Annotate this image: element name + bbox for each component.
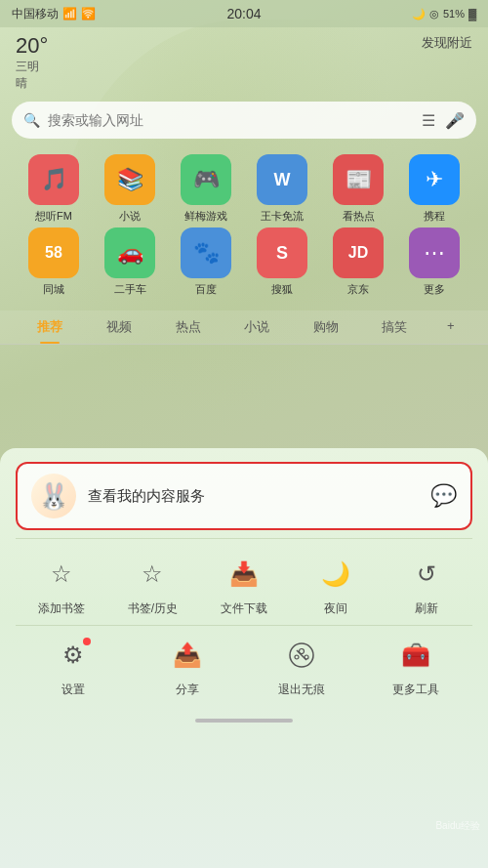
tab-tuijian[interactable]: 推荐 [29,314,70,340]
time-label: 20:04 [226,6,261,21]
more-action-settings[interactable]: ⚙ 设置 [34,634,112,698]
tab-gaoxiao[interactable]: 搞笑 [374,314,415,340]
app-row-2: 58 同城 🚗 二手车 🐾 百度 S 搜狐 JD 京东 ⋯ 更多 [16,227,472,297]
exit-incognito-label: 退出无痕 [278,682,325,698]
bottom-indicator [0,706,488,735]
svg-point-3 [295,655,299,659]
quick-actions-row: ☆ 添加书签 ☆ 书签/历史 📥 文件下载 🌙 夜间 ↺ 刷新 [0,543,488,621]
search-input[interactable] [48,112,414,128]
night-icon: 🌙 [314,553,357,596]
share-label: 分享 [176,682,199,698]
app-label-xiaoshuo: 小说 [119,209,141,224]
app-icon-xiecheng: ✈ [409,154,460,205]
share-icon: 📤 [166,634,209,677]
app-icon-ershouche: 🚗 [104,227,155,278]
app-item-jd[interactable]: JD 京东 [323,227,393,297]
signal-icon: 📶 [62,7,77,21]
menu-icon[interactable]: ☰ [422,111,435,130]
content-service-banner[interactable]: 🐰 查看我的内容服务 💬 [16,462,472,530]
quick-action-refresh[interactable]: ↺ 刷新 [387,553,466,617]
watermark: Baidu经验 [435,819,480,833]
app-label-souhu: 搜狐 [271,282,293,297]
app-item-kandian[interactable]: 📰 看热点 [323,154,393,224]
quick-action-history[interactable]: ☆ 书签/历史 [113,553,191,617]
address-bar[interactable]: 🔍 ☰ 🎤 [12,102,476,139]
tab-shipin[interactable]: 视频 [99,314,140,340]
settings-icon: ⚙ [52,634,95,677]
more-action-tools[interactable]: 🧰 更多工具 [377,634,455,698]
moon-icon: 🌙 [412,8,426,21]
app-item-more[interactable]: ⋯ 更多 [399,227,469,297]
app-item-ershouche[interactable]: 🚗 二手车 [95,227,165,297]
app-icon-jd: JD [333,227,384,278]
app-item-xiaoshuo[interactable]: 📚 小说 [95,154,165,224]
more-action-share[interactable]: 📤 分享 [148,634,226,698]
app-item-baidu[interactable]: 🐾 百度 [171,227,241,297]
refresh-label: 刷新 [415,600,438,617]
quick-action-bookmark[interactable]: ☆ 添加书签 [22,553,101,617]
more-action-exit-incognito[interactable]: 退出无痕 [263,634,341,698]
tab-more-button[interactable]: + [443,314,459,340]
app-label-xianmei: 鲜梅游戏 [184,209,227,224]
tools-label: 更多工具 [392,682,439,698]
app-item-souhu[interactable]: S 搜狐 [247,227,317,297]
panel-divider-2 [16,625,472,626]
search-icon: 🔍 [23,112,40,128]
history-label: 书签/历史 [128,600,178,617]
wifi-icon: 🛜 [81,7,96,21]
temperature-label: 20° [16,33,48,59]
download-label: 文件下载 [221,600,267,617]
app-label-wangka: 王卡免流 [261,209,304,224]
tab-redian[interactable]: 热点 [168,314,209,340]
svg-point-2 [299,649,304,654]
battery-label: 51% [443,8,465,20]
app-item-xianmei[interactable]: 🎮 鲜梅游戏 [171,154,241,224]
app-label-tongcheng: 同城 [43,282,64,297]
message-icon: 💬 [430,483,457,509]
tab-gouwu[interactable]: 购物 [305,314,346,340]
nearby-button[interactable]: 发现附近 [422,33,472,52]
app-label-more: 更多 [424,282,445,297]
bottom-panel: 🐰 查看我的内容服务 💬 ☆ 添加书签 ☆ 书签/历史 📥 文件下载 🌙 夜间 … [0,448,488,868]
app-icon-wangka: W [257,154,307,205]
app-grid: 🎵 想听FM 📚 小说 🎮 鲜梅游戏 W 王卡免流 📰 看热点 ✈ 携程 58 … [0,146,488,309]
bookmark-label: 添加书签 [38,600,85,617]
app-icon-tongcheng: 58 [28,227,79,278]
settings-dot-badge [83,638,91,645]
svg-point-4 [305,655,308,659]
app-icon-xianmei: 🎮 [181,154,231,205]
nearby-label: 发现附近 [422,35,472,50]
status-left: 中国移动 📶 🛜 [12,6,96,22]
app-item-tongcheng[interactable]: 58 同城 [19,227,89,297]
app-item-xiangting[interactable]: 🎵 想听FM [19,154,89,224]
app-icon-more: ⋯ [409,227,460,278]
quick-action-download[interactable]: 📥 文件下载 [205,553,283,617]
app-label-baidu: 百度 [195,282,217,297]
app-label-xiecheng: 携程 [424,209,445,224]
quick-action-night[interactable]: 🌙 夜间 [297,553,375,617]
app-label-ershouche: 二手车 [114,282,146,297]
app-icon-xiangting: 🎵 [28,154,79,205]
bottom-bar [195,719,293,723]
app-label-xiangting: 想听FM [35,209,72,224]
tab-bar: 推荐 视频 热点 小说 购物 搞笑 + [0,310,488,345]
app-icon-souhu: S [257,227,307,278]
app-icon-xiaoshuo: 📚 [104,154,155,205]
app-icon-kandian: 📰 [333,154,384,205]
city-label: 三明 [16,59,39,75]
carrier-label: 中国移动 [12,6,59,22]
app-row-1: 🎵 想听FM 📚 小说 🎮 鲜梅游戏 W 王卡免流 📰 看热点 ✈ 携程 [16,154,472,224]
settings-label: 设置 [61,682,85,698]
weather-bar: 20° 三明 晴 发现附近 [0,27,488,94]
app-item-wangka[interactable]: W 王卡免流 [247,154,317,224]
mic-icon[interactable]: 🎤 [445,111,465,130]
app-item-xiecheng[interactable]: ✈ 携程 [399,154,469,224]
tab-xiaoshuo[interactable]: 小说 [236,314,277,340]
app-icon-baidu: 🐾 [181,227,231,278]
panel-divider-1 [16,538,472,539]
night-label: 夜间 [324,600,347,617]
more-actions-row: ⚙ 设置 📤 分享 退出无痕 🧰 更多工具 [0,630,488,706]
weather-info: 20° 三明 晴 [16,33,48,92]
content-avatar: 🐰 [31,474,76,518]
tools-icon: 🧰 [394,634,437,677]
